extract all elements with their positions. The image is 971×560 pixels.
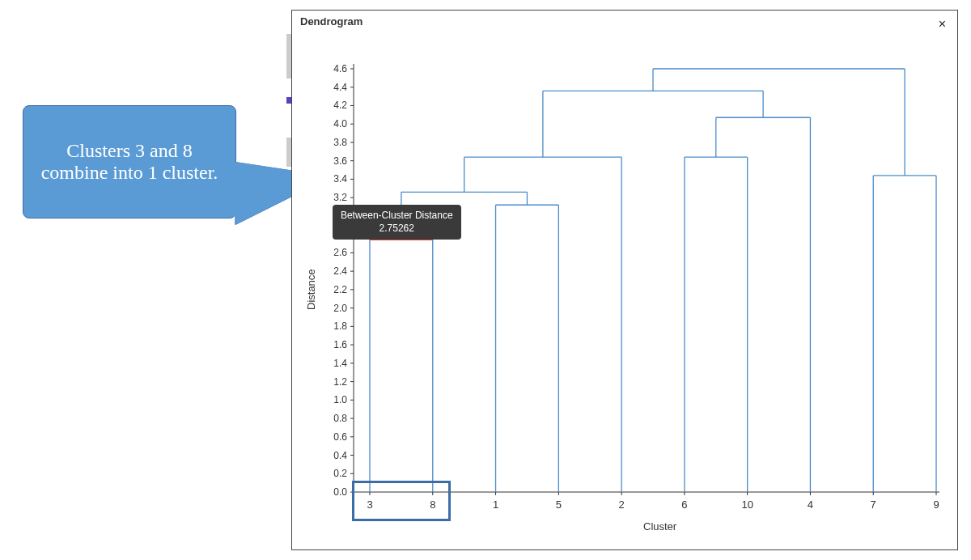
svg-text:2.4: 2.4 [333, 265, 347, 277]
svg-text:1.6: 1.6 [333, 339, 347, 350]
svg-text:7: 7 [871, 498, 876, 511]
page-canvas: Clusters 3 and 8 combine into 1 cluster.… [0, 0, 971, 560]
svg-text:4.4: 4.4 [333, 82, 347, 93]
dendrogram-panel: Dendrogram × Distance Cluster 0.00.20.40… [291, 10, 958, 550]
svg-text:1: 1 [493, 498, 498, 511]
svg-text:2.6: 2.6 [333, 247, 347, 258]
plot-area: Distance Cluster 0.00.20.40.60.81.01.21.… [321, 43, 944, 538]
tooltip: Between-Cluster Distance 2.75262 [333, 205, 461, 240]
dendrogram-svg: 0.00.20.40.60.81.01.21.41.61.82.02.22.42… [321, 43, 944, 538]
svg-text:3.2: 3.2 [333, 192, 347, 203]
svg-text:4.2: 4.2 [333, 100, 347, 111]
svg-text:3.6: 3.6 [333, 155, 347, 167]
highlight-leaf-box [352, 481, 451, 521]
y-axis-label: Distance [305, 269, 317, 310]
close-button[interactable]: × [934, 15, 951, 33]
svg-text:3.4: 3.4 [333, 173, 347, 185]
panel-title: Dendrogram [300, 15, 363, 28]
svg-text:4.0: 4.0 [333, 118, 347, 129]
svg-text:0.4: 0.4 [333, 450, 347, 461]
svg-text:5: 5 [556, 498, 562, 511]
callout: Clusters 3 and 8 combine into 1 cluster. [23, 105, 236, 218]
svg-text:0.0: 0.0 [333, 486, 347, 498]
callout-body: Clusters 3 and 8 combine into 1 cluster. [23, 105, 236, 218]
svg-text:1.8: 1.8 [333, 320, 347, 332]
svg-text:2.2: 2.2 [333, 284, 347, 295]
svg-text:3.8: 3.8 [333, 137, 347, 148]
svg-text:4: 4 [808, 498, 813, 511]
svg-text:9: 9 [933, 498, 939, 511]
callout-text: Clusters 3 and 8 combine into 1 cluster. [35, 140, 224, 184]
tooltip-value: 2.75262 [341, 223, 453, 235]
svg-text:4.6: 4.6 [333, 63, 347, 74]
svg-text:0.2: 0.2 [333, 468, 347, 479]
svg-text:1.0: 1.0 [333, 394, 347, 405]
svg-text:0.6: 0.6 [333, 431, 347, 443]
tooltip-label: Between-Cluster Distance [341, 210, 453, 223]
svg-text:1.4: 1.4 [333, 358, 347, 369]
svg-text:6: 6 [681, 498, 687, 511]
svg-text:10: 10 [741, 498, 753, 511]
svg-text:2: 2 [618, 498, 624, 511]
svg-text:1.2: 1.2 [333, 376, 347, 388]
svg-text:0.8: 0.8 [333, 413, 347, 424]
svg-text:2.0: 2.0 [333, 303, 347, 314]
